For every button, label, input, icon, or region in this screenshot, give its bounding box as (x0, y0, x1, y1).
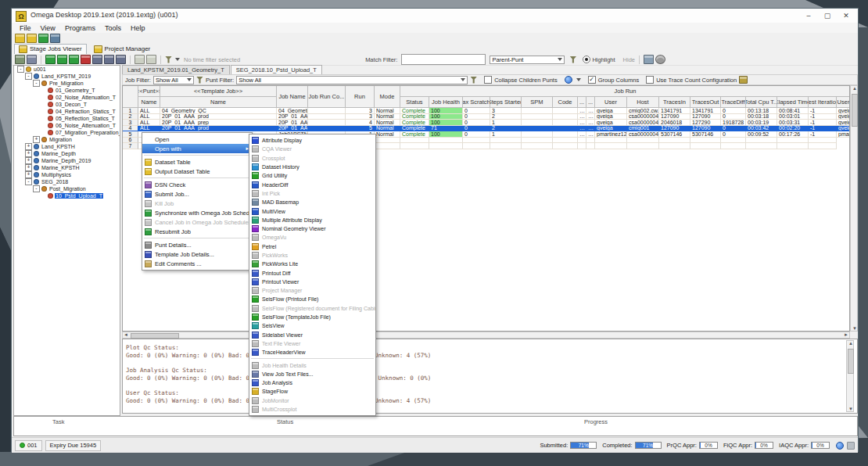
table-cell[interactable]: … (578, 114, 586, 120)
expand-icon[interactable]: + (25, 143, 32, 150)
match-scope-combo[interactable]: Parent-Punt (490, 56, 565, 64)
table-cell[interactable]: 0 (463, 126, 490, 132)
menu-item-seisview[interactable]: SeisView (249, 321, 375, 330)
scroll-left-icon[interactable]: ◄ (124, 332, 128, 337)
table-cell[interactable]: csa0000004... (627, 120, 659, 126)
table-cell[interactable]: 04_Geometr... (277, 108, 308, 114)
expand-icon[interactable]: + (25, 171, 32, 178)
table-cell[interactable]: 1 (490, 131, 522, 138)
tree-item-06-noise-attenuation-t[interactable]: 06_Noise_Attenuation_T (14, 122, 120, 129)
row-index-cell[interactable]: 5 (123, 131, 138, 138)
column-header-tracediff[interactable]: TraceDiff (721, 97, 746, 108)
table-cell[interactable]: 00:03:42 (746, 126, 777, 132)
kill-job-icon[interactable] (81, 55, 91, 64)
table-cell[interactable]: 127290 (690, 120, 721, 126)
table-cell[interactable]: … (578, 108, 586, 114)
table-cell[interactable] (308, 120, 346, 126)
table-cell[interactable] (721, 143, 746, 149)
table-cell[interactable]: 3 (346, 114, 375, 120)
menu-item-petrel[interactable]: Petrel (249, 242, 375, 251)
menu-item-multiview[interactable]: MultiView (249, 206, 375, 215)
tree-item-05-reflection-statics-t[interactable]: 05_Reflection_Statics_T (14, 115, 120, 122)
column-header-template-name[interactable]: Name (160, 97, 277, 108)
view-tab-stage-jobs-viewer[interactable]: Stage Jobs Viewer (14, 44, 87, 55)
table-cell[interactable] (553, 138, 578, 144)
menu-item-synchronize-with-omega-job-scheduler[interactable]: Synchronize with Omega Job Scheduler (142, 208, 252, 217)
table-cell[interactable] (690, 143, 721, 149)
menu-item-stageflow[interactable]: StageFlow (249, 387, 375, 396)
table-cell[interactable]: -1 (809, 114, 837, 120)
menu-item-sidelabel-viewer[interactable]: Sidelabel Viewer (249, 331, 375, 339)
open-stage-icon[interactable] (27, 34, 37, 43)
expand-icon[interactable]: + (25, 164, 32, 171)
table-cell[interactable]: 00:02:20 (777, 126, 809, 132)
table-cell[interactable]: 3 (490, 108, 522, 114)
menu-item-printout-viewer[interactable]: Printout Viewer (249, 278, 375, 286)
table-cell[interactable]: ALL (138, 126, 160, 132)
column-header-max-scratch[interactable]: Max Scratch... (463, 97, 490, 108)
tree-item-pre-migration[interactable]: -Pre_Migration (14, 80, 120, 87)
table-cell[interactable]: -1 (809, 120, 837, 126)
table-cell[interactable]: 00:09:52 (746, 131, 777, 138)
table-cell[interactable] (627, 143, 659, 149)
collapse-icon[interactable]: - (25, 178, 32, 185)
table-cell[interactable]: 100 (429, 108, 463, 114)
print-icon[interactable] (15, 55, 25, 64)
expand-icon[interactable]: + (25, 150, 32, 157)
scroll-thumb[interactable] (131, 333, 179, 339)
table-cell[interactable]: gveiga (595, 108, 627, 114)
menu-item-dataset-history[interactable]: Dataset History (249, 163, 375, 171)
table-cell[interactable] (746, 143, 777, 149)
table-cell[interactable]: 100 (429, 131, 463, 138)
table-cell[interactable] (522, 120, 553, 126)
tree-item-07-migration-preparation-t[interactable]: 07_Migration_Preparation_T (14, 129, 120, 136)
column-header-punt-name[interactable]: Name (138, 97, 160, 108)
menu-item-edit-comments[interactable]: Edit Comments ... (142, 259, 252, 268)
column-header-run[interactable]: Run (346, 86, 375, 108)
table-cell[interactable] (490, 138, 522, 144)
table-cell[interactable] (553, 114, 578, 120)
tree-item-multiphysics[interactable]: +Multiphysics (14, 171, 120, 178)
table-cell[interactable]: … (586, 131, 595, 138)
job-filter-combo[interactable]: Show All (153, 76, 194, 84)
doc-tab-land-kpstm-2019-01-geometry-t[interactable]: Land_KPSTM_2019.01_Geometry_T (122, 65, 230, 74)
table-cell[interactable] (522, 126, 553, 132)
table-cell[interactable] (308, 114, 346, 120)
table-cell[interactable]: gveiga (595, 114, 627, 120)
globe-icon[interactable] (565, 76, 572, 84)
table-cell[interactable]: 0 (721, 114, 746, 120)
table-cell[interactable]: cmig001 (627, 126, 659, 132)
table-cell[interactable]: 20P_01_AAA... (277, 126, 308, 132)
table-cell[interactable]: 1341791 (659, 108, 690, 114)
table-cell[interactable] (463, 143, 490, 149)
resubmit-job-icon[interactable] (57, 55, 67, 64)
details-grid-icon[interactable] (116, 55, 126, 64)
table-cell[interactable] (578, 143, 586, 149)
table-cell[interactable]: 100 (429, 120, 463, 126)
table-cell[interactable]: -1 (809, 131, 837, 138)
row-index-cell[interactable]: 1 (123, 108, 138, 114)
table-cell[interactable] (553, 108, 578, 114)
globe-caret-icon[interactable] (576, 78, 581, 81)
table-cell[interactable]: gveiga (837, 114, 850, 120)
doc-tab-seg-2018-10-pstd-upload-t[interactable]: SEG_2018.10_Pstd_Upload_T (231, 65, 322, 74)
table-cell[interactable]: 5307146 (659, 131, 690, 138)
table-cell[interactable]: … (578, 120, 586, 126)
table-cell[interactable]: … (586, 108, 595, 114)
table-cell[interactable]: 1341791 (690, 108, 721, 114)
column-header-[interactable]: ... (578, 97, 586, 108)
workspace-icon[interactable] (50, 34, 60, 43)
tree-item-marine-depth-2019[interactable]: +Marine_Depth_2019 (14, 157, 120, 164)
table-horizontal-scrollbar[interactable]: ◄ ► (122, 332, 850, 339)
table-cell[interactable] (522, 143, 553, 149)
table-cell[interactable]: 1918728 (721, 120, 746, 126)
table-cell[interactable]: 00:03:19 (746, 120, 777, 126)
table-cell[interactable]: 00:03:01 (777, 114, 809, 120)
qc-vertical-scrollbar[interactable]: ▲ ▼ (846, 340, 854, 412)
scroll-down-icon[interactable]: ▼ (852, 326, 857, 331)
menu-help[interactable]: Help (126, 24, 150, 32)
table-cell[interactable]: 0 (721, 108, 746, 114)
menu-item-template-job-details[interactable]: Template Job Details... (142, 249, 252, 259)
table-cell[interactable]: 20P_01_AAA_prep (160, 120, 277, 126)
column-header-tracesin[interactable]: TracesIn (659, 97, 690, 108)
